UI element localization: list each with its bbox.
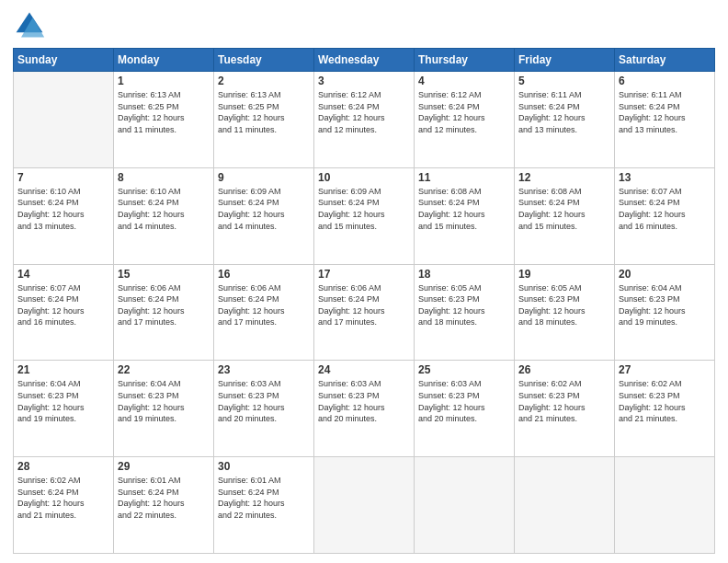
day-number: 10 [318,171,410,184]
day-info: Sunrise: 6:02 AM Sunset: 6:23 PM Dayligh… [518,378,610,424]
day-cell: 27Sunrise: 6:02 AM Sunset: 6:23 PM Dayli… [615,361,715,457]
day-number: 9 [218,171,310,184]
day-number: 15 [118,268,210,281]
logo [13,9,50,42]
day-cell: 21Sunrise: 6:04 AM Sunset: 6:23 PM Dayli… [14,361,114,457]
weekday-friday: Friday [515,49,615,72]
day-number: 21 [17,363,109,376]
week-row-5: 28Sunrise: 6:02 AM Sunset: 6:24 PM Dayli… [14,457,715,554]
day-cell [14,72,114,168]
day-cell: 6Sunrise: 6:11 AM Sunset: 6:24 PM Daylig… [615,72,715,168]
day-cell: 14Sunrise: 6:07 AM Sunset: 6:24 PM Dayli… [14,264,114,361]
day-number: 26 [518,363,610,376]
day-info: Sunrise: 6:10 AM Sunset: 6:24 PM Dayligh… [118,186,210,232]
day-number: 30 [218,460,310,473]
day-info: Sunrise: 6:13 AM Sunset: 6:25 PM Dayligh… [218,89,310,135]
day-info: Sunrise: 6:10 AM Sunset: 6:24 PM Dayligh… [17,186,109,232]
calendar-header: SundayMondayTuesdayWednesdayThursdayFrid… [14,49,715,72]
day-number: 16 [218,268,310,281]
day-number: 2 [218,75,310,87]
day-number: 4 [418,75,510,87]
day-cell: 9Sunrise: 6:09 AM Sunset: 6:24 PM Daylig… [214,167,314,264]
day-cell [314,457,415,554]
day-info: Sunrise: 6:13 AM Sunset: 6:25 PM Dayligh… [118,89,210,135]
day-info: Sunrise: 6:06 AM Sunset: 6:24 PM Dayligh… [218,282,310,328]
day-info: Sunrise: 6:06 AM Sunset: 6:24 PM Dayligh… [118,282,210,328]
day-cell: 26Sunrise: 6:02 AM Sunset: 6:23 PM Dayli… [515,361,615,457]
day-number: 28 [17,460,109,473]
logo-icon [13,9,46,42]
day-info: Sunrise: 6:11 AM Sunset: 6:24 PM Dayligh… [518,89,610,135]
day-info: Sunrise: 6:03 AM Sunset: 6:23 PM Dayligh… [218,378,310,424]
day-info: Sunrise: 6:11 AM Sunset: 6:24 PM Dayligh… [619,89,711,135]
day-info: Sunrise: 6:06 AM Sunset: 6:24 PM Dayligh… [318,282,410,328]
weekday-header-row: SundayMondayTuesdayWednesdayThursdayFrid… [14,49,715,72]
day-info: Sunrise: 6:04 AM Sunset: 6:23 PM Dayligh… [118,378,210,424]
day-cell: 19Sunrise: 6:05 AM Sunset: 6:23 PM Dayli… [515,264,615,361]
day-number: 19 [518,268,610,281]
day-info: Sunrise: 6:07 AM Sunset: 6:24 PM Dayligh… [619,186,711,232]
day-cell: 4Sunrise: 6:12 AM Sunset: 6:24 PM Daylig… [415,72,515,168]
day-cell: 17Sunrise: 6:06 AM Sunset: 6:24 PM Dayli… [314,264,415,361]
day-cell: 29Sunrise: 6:01 AM Sunset: 6:24 PM Dayli… [114,457,214,554]
day-cell: 22Sunrise: 6:04 AM Sunset: 6:23 PM Dayli… [114,361,214,457]
week-row-2: 7Sunrise: 6:10 AM Sunset: 6:24 PM Daylig… [14,167,715,264]
day-number: 13 [619,171,711,184]
day-number: 17 [318,268,410,281]
day-number: 3 [318,75,410,87]
day-number: 24 [318,363,410,376]
week-row-3: 14Sunrise: 6:07 AM Sunset: 6:24 PM Dayli… [14,264,715,361]
day-info: Sunrise: 6:08 AM Sunset: 6:24 PM Dayligh… [518,186,610,232]
calendar-body: 1Sunrise: 6:13 AM Sunset: 6:25 PM Daylig… [14,72,715,554]
day-info: Sunrise: 6:04 AM Sunset: 6:23 PM Dayligh… [619,282,711,328]
day-number: 8 [118,171,210,184]
weekday-thursday: Thursday [415,49,515,72]
weekday-saturday: Saturday [615,49,715,72]
day-info: Sunrise: 6:01 AM Sunset: 6:24 PM Dayligh… [218,475,310,521]
day-cell: 8Sunrise: 6:10 AM Sunset: 6:24 PM Daylig… [114,167,214,264]
day-info: Sunrise: 6:09 AM Sunset: 6:24 PM Dayligh… [218,186,310,232]
day-info: Sunrise: 6:03 AM Sunset: 6:23 PM Dayligh… [418,378,510,424]
day-info: Sunrise: 6:05 AM Sunset: 6:23 PM Dayligh… [518,282,610,328]
day-cell: 10Sunrise: 6:09 AM Sunset: 6:24 PM Dayli… [314,167,415,264]
day-cell [515,457,615,554]
day-number: 1 [118,75,210,87]
weekday-sunday: Sunday [14,49,114,72]
day-info: Sunrise: 6:08 AM Sunset: 6:24 PM Dayligh… [418,186,510,232]
day-number: 22 [118,363,210,376]
day-info: Sunrise: 6:01 AM Sunset: 6:24 PM Dayligh… [118,475,210,521]
day-number: 25 [418,363,510,376]
day-cell [615,457,715,554]
day-number: 5 [518,75,610,87]
day-number: 7 [17,171,109,184]
day-info: Sunrise: 6:03 AM Sunset: 6:23 PM Dayligh… [318,378,410,424]
day-cell: 5Sunrise: 6:11 AM Sunset: 6:24 PM Daylig… [515,72,615,168]
day-cell: 3Sunrise: 6:12 AM Sunset: 6:24 PM Daylig… [314,72,415,168]
day-cell: 1Sunrise: 6:13 AM Sunset: 6:25 PM Daylig… [114,72,214,168]
day-number: 14 [17,268,109,281]
day-info: Sunrise: 6:05 AM Sunset: 6:23 PM Dayligh… [418,282,510,328]
week-row-1: 1Sunrise: 6:13 AM Sunset: 6:25 PM Daylig… [14,72,715,168]
weekday-tuesday: Tuesday [214,49,314,72]
day-cell: 2Sunrise: 6:13 AM Sunset: 6:25 PM Daylig… [214,72,314,168]
day-cell: 15Sunrise: 6:06 AM Sunset: 6:24 PM Dayli… [114,264,214,361]
day-cell: 20Sunrise: 6:04 AM Sunset: 6:23 PM Dayli… [615,264,715,361]
day-cell: 7Sunrise: 6:10 AM Sunset: 6:24 PM Daylig… [14,167,114,264]
day-cell: 11Sunrise: 6:08 AM Sunset: 6:24 PM Dayli… [415,167,515,264]
day-info: Sunrise: 6:04 AM Sunset: 6:23 PM Dayligh… [17,378,109,424]
day-cell: 25Sunrise: 6:03 AM Sunset: 6:23 PM Dayli… [415,361,515,457]
day-number: 11 [418,171,510,184]
day-number: 6 [619,75,711,87]
day-info: Sunrise: 6:12 AM Sunset: 6:24 PM Dayligh… [318,89,410,135]
day-cell: 13Sunrise: 6:07 AM Sunset: 6:24 PM Dayli… [615,167,715,264]
week-row-4: 21Sunrise: 6:04 AM Sunset: 6:23 PM Dayli… [14,361,715,457]
day-number: 29 [118,460,210,473]
day-cell: 28Sunrise: 6:02 AM Sunset: 6:24 PM Dayli… [14,457,114,554]
day-number: 23 [218,363,310,376]
day-info: Sunrise: 6:02 AM Sunset: 6:23 PM Dayligh… [619,378,711,424]
header [13,9,715,42]
calendar-table: SundayMondayTuesdayWednesdayThursdayFrid… [13,48,715,554]
day-cell: 16Sunrise: 6:06 AM Sunset: 6:24 PM Dayli… [214,264,314,361]
day-number: 18 [418,268,510,281]
day-info: Sunrise: 6:07 AM Sunset: 6:24 PM Dayligh… [17,282,109,328]
